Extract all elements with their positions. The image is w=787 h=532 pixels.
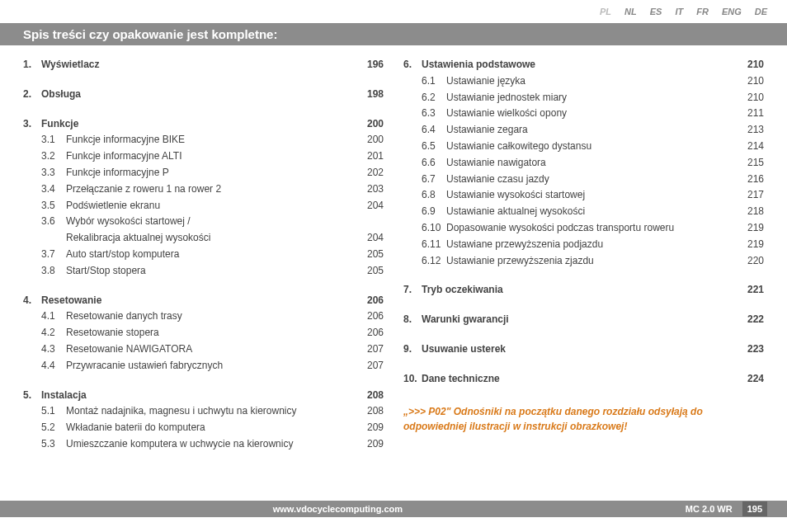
sub-label: Ustawianie czasu jazdy [446,172,738,188]
section-page: 222 [738,312,764,328]
toc-sub-item[interactable]: 6.6Ustawianie nawigatora215 [403,155,764,172]
toc-sub-item[interactable]: 5.3Umieszczanie komputera w uchwycie na … [23,436,384,453]
toc-section-head[interactable]: 2.Obsługa198 [23,87,384,103]
sub-number: 6.11 [422,237,446,253]
toc-sub-item[interactable]: 3.1Funkcje informacyjne BIKE200 [23,132,384,148]
lang-eng[interactable]: ENG [722,7,742,16]
toc-section-head[interactable]: 10.Dane techniczne224 [403,371,764,388]
sub-label: Resetowanie danych trasy [66,308,357,325]
sub-page: 216 [738,172,764,188]
sub-label: Ustawianie aktualnej wysokości [446,204,738,220]
toc-sub-item[interactable]: 6.2Ustawianie jednostek miary210 [403,90,764,106]
toc-section-head[interactable]: 4.Resetowanie206 [23,293,384,309]
toc-section-head[interactable]: 3.Funkcje200 [23,116,384,133]
sub-label: Ustawianie nawigatora [446,155,738,172]
toc-section-head[interactable]: 5.Instalacja208 [23,388,384,404]
toc-sub-item[interactable]: 6.10Dopasowanie wysokości podczas transp… [403,220,764,237]
sub-label: Resetowanie NAWIGATORA [66,341,357,358]
lang-es[interactable]: ES [650,7,662,16]
sub-number: 6.4 [422,122,446,139]
toc-sub-item[interactable]: 3.3Funkcje informacyjne P202 [23,165,384,181]
sub-number: 6.8 [422,187,446,204]
toc-sub-item[interactable]: 3.6Wybór wysokości startowej / [23,214,384,230]
lang-nl[interactable]: NL [624,7,637,16]
sub-number: 3.8 [41,263,66,280]
footer-model: MC 2.0 WR [686,504,733,514]
toc-sub-item[interactable]: 6.9Ustawianie aktualnej wysokości218 [403,204,764,220]
toc-sub-item[interactable]: 4.3Resetowanie NAWIGATORA207 [23,341,384,358]
toc-section-head[interactable]: 6.Ustawienia podstawowe210 [403,57,764,73]
toc-sub-item[interactable]: 4.1Resetowanie danych trasy206 [23,308,384,325]
section-number: 8. [403,312,422,328]
toc-sub-item[interactable]: 3.2Funkcje informacyjne ALTI201 [23,148,384,165]
toc-section-head[interactable]: 7.Tryb oczekiwania221 [403,282,764,299]
toc-sub-item[interactable]: 3.8Start/Stop stopera205 [23,263,384,280]
sub-number: 4.2 [41,325,66,341]
sub-label: Funkcje informacyjne ALTI [66,148,357,165]
toc-sub-item[interactable]: 4.2Resetowanie stopera206 [23,325,384,341]
sub-number: 6.10 [422,220,446,237]
toc-sub-item[interactable]: 3.5Podświetlenie ekranu204 [23,198,384,214]
footer-url: www.vdocyclecomputing.com [0,504,676,514]
toc-sub-item[interactable]: 5.2Wkładanie baterii do komputera209 [23,420,384,436]
sub-label: Umieszczanie komputera w uchwycie na kie… [66,436,357,453]
section-title: Funkcje [41,116,357,133]
toc-sub-item[interactable]: 6.3Ustawianie wielkości opony211 [403,106,764,122]
toc-sub-item[interactable]: 6.11Ustawiane przewyższenia podjazdu219 [403,237,764,253]
toc-section-head[interactable]: 9.Usuwanie usterek223 [403,341,764,358]
toc-sub-item[interactable]: 3.4Przełączanie z roweru 1 na rower 2203 [23,181,384,198]
sub-page: 204 [357,198,384,214]
toc-sub-item[interactable]: 6.1Ustawianie języka210 [403,73,764,90]
lang-pl[interactable]: PL [600,7,611,16]
sub-label: Ustawianie wielkości opony [446,106,738,122]
sub-number: 3.7 [41,247,66,263]
section-page: 208 [357,388,384,404]
section-page: 210 [738,57,764,73]
section-title: Dane techniczne [422,371,738,388]
section-page: 206 [357,293,384,309]
language-bar: PLNLESITFRENGDE [0,0,787,23]
sub-number: 6.9 [422,204,446,220]
sub-label: Dopasowanie wysokości podczas transportu… [446,220,738,237]
toc-sub-item[interactable]: 6.5Ustawianie całkowitego dystansu214 [403,139,764,155]
section-title: Usuwanie usterek [422,341,738,358]
section-number: 4. [23,293,41,309]
sub-label: Ustawiane przewyższenia podjazdu [446,237,738,253]
toc-section: 4.Resetowanie2064.1Resetowanie danych tr… [23,293,384,374]
toc-sub-item[interactable]: 4.4Przywracanie ustawień fabrycznych207 [23,358,384,374]
toc-sub-item[interactable]: 3.7Auto start/stop komputera205 [23,247,384,263]
toc-sub-item[interactable]: 6.4Ustawianie zegara213 [403,122,764,139]
lang-it[interactable]: IT [675,7,683,16]
sub-label: Ustawianie wysokości startowej [446,187,738,204]
sub-page: 200 [357,132,384,148]
sub-page: 210 [738,73,764,90]
section-page: 224 [738,371,764,388]
sub-page: 220 [738,253,764,270]
sub-number: 5.1 [41,403,66,420]
lang-fr[interactable]: FR [696,7,709,16]
toc-section-head[interactable]: 8.Warunki gwarancji222 [403,312,764,328]
sub-page: 209 [357,436,384,453]
lang-de[interactable]: DE [755,7,767,16]
sub-label: Funkcje informacyjne P [66,165,357,181]
toc-sub-item[interactable]: 6.7Ustawianie czasu jazdy216 [403,172,764,188]
sub-page: 204 [357,230,384,247]
toc-sub-item[interactable]: 6.12Ustawianie przewyższenia zjazdu220 [403,253,764,270]
sub-label: Start/Stop stopera [66,263,357,280]
sub-label: Ustawianie języka [446,73,738,90]
toc-sub-item[interactable]: 5.1Montaż nadajnika, magnesu i uchwytu n… [23,403,384,420]
sub-label: Wkładanie baterii do komputera [66,420,357,436]
sub-page: 210 [738,90,764,106]
toc-section: 2.Obsługa198 [23,87,384,103]
sub-number: 6.7 [422,172,446,188]
toc-sub-item[interactable]: 6.8Ustawianie wysokości startowej217 [403,187,764,204]
section-number: 9. [403,341,422,358]
sub-page: 205 [357,263,384,280]
toc-section: 5.Instalacja2085.1Montaż nadajnika, magn… [23,388,384,453]
toc-section: 10.Dane techniczne224 [403,371,764,388]
sub-page: 206 [357,325,384,341]
sub-page: 217 [738,187,764,204]
sub-number: 4.1 [41,308,66,325]
sub-label: Wybór wysokości startowej / [66,214,357,230]
toc-section-head[interactable]: 1.Wyświetlacz196 [23,57,384,73]
